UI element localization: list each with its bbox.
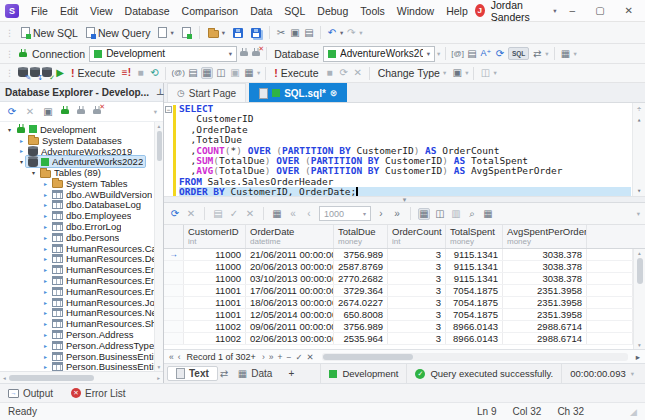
- close-button[interactable]: ✕: [618, 5, 640, 16]
- open-file-caret-icon[interactable]: ▾: [222, 29, 225, 37]
- refresh-code-icon[interactable]: ⟳: [494, 49, 506, 59]
- edit-database-button[interactable]: ✎: [18, 67, 28, 79]
- expand-icon[interactable]: ▸: [41, 180, 50, 187]
- resize-grip[interactable]: ◢: [630, 407, 637, 417]
- column-header-avgspentperorder[interactable]: AvgSpentPerOrdermoney: [503, 225, 587, 248]
- card-view-icon[interactable]: ◫: [215, 68, 227, 78]
- sql-editor[interactable]: − SELECT CustomerID ,OrderDate ,TotalDue…: [164, 103, 645, 197]
- new-connection-plug-icon[interactable]: [18, 49, 28, 59]
- check-database-button[interactable]: ✓: [42, 67, 52, 79]
- tab-close-icon[interactable]: ⊗: [330, 88, 338, 98]
- cell[interactable]: 12/05/2014 00:00:00.000: [246, 309, 334, 320]
- export-results-icon[interactable]: ▤: [187, 68, 199, 78]
- grid-mode-button[interactable]: ▦: [418, 208, 430, 220]
- expand-icon[interactable]: ▸: [41, 299, 50, 306]
- stop-icon[interactable]: ■: [134, 68, 146, 78]
- expand-icon[interactable]: ▸: [41, 363, 50, 370]
- explorer-refresh-icon[interactable]: ⟳: [6, 107, 18, 117]
- stop-secondary-icon[interactable]: ■: [324, 68, 336, 78]
- toolbar-grip[interactable]: ⋮: [5, 68, 14, 78]
- expand-icon[interactable]: ▸: [41, 255, 50, 262]
- prev-page-icon[interactable]: ‹: [303, 209, 315, 219]
- refresh-results-icon[interactable]: ⟳: [338, 68, 350, 78]
- document-outline-icon[interactable]: ▤: [466, 49, 478, 59]
- paging-icon[interactable]: ▦: [271, 209, 283, 219]
- cell[interactable]: 3: [388, 333, 446, 344]
- cell[interactable]: 3: [388, 261, 446, 272]
- collapse-chevron-icon[interactable]: ▾: [403, 198, 407, 202]
- explorer-delete-icon[interactable]: ✕: [24, 107, 36, 117]
- cell[interactable]: 3: [388, 273, 446, 284]
- import-database-button[interactable]: ↧: [30, 67, 40, 79]
- user-avatar[interactable]: J: [475, 4, 485, 17]
- snapshot-caret-icon[interactable]: ▾: [493, 69, 496, 77]
- table-row[interactable]: 1100020/06/2013 00:00:00.0002587.8769391…: [164, 261, 633, 273]
- expand-icon[interactable]: ▸: [41, 234, 50, 241]
- results-refresh-icon[interactable]: ⟳: [169, 209, 181, 219]
- scroll-up-icon[interactable]: ▴: [158, 123, 161, 129]
- column-header-orderdate[interactable]: OrderDatedatetime: [246, 225, 334, 248]
- parameters-icon[interactable]: [@]: [451, 50, 464, 58]
- connect-button[interactable]: [239, 48, 249, 60]
- menu-item-tools[interactable]: Tools: [354, 3, 391, 19]
- cell[interactable]: 3756.989: [334, 249, 388, 260]
- explorer-toolbar-caret-icon[interactable]: ▾: [154, 108, 157, 116]
- error-list-button[interactable]: ✕ Error List: [71, 388, 126, 399]
- layout-caret-icon[interactable]: ▾: [574, 50, 577, 58]
- cell[interactable]: 9115.1341: [446, 249, 503, 260]
- menu-item-sql[interactable]: SQL: [278, 3, 311, 19]
- tab-text[interactable]: Text: [167, 366, 218, 381]
- execute-button[interactable]: !Execute: [68, 66, 118, 80]
- output-button[interactable]: → Output: [8, 388, 53, 399]
- menu-item-data[interactable]: Data: [244, 3, 278, 19]
- table-row[interactable]: 1100202/06/2013 00:00:00.0002535.9643896…: [164, 333, 633, 345]
- cell[interactable]: 3038.378: [503, 249, 587, 260]
- pivot-view-icon[interactable]: ▣: [229, 68, 241, 78]
- grid-vertical-scrollbar[interactable]: ▴ ▾: [633, 249, 645, 349]
- menu-item-debug[interactable]: Debug: [311, 3, 354, 19]
- cancel-icon[interactable]: ✕: [352, 68, 364, 78]
- find-in-results-icon[interactable]: ⌕: [466, 209, 478, 219]
- cell[interactable]: 21/06/2011 00:00:00.000: [246, 249, 334, 260]
- save-all-button[interactable]: [248, 27, 264, 39]
- tree-item[interactable]: ▾Tables (89): [2, 167, 153, 178]
- tab-sql-document[interactable]: SQL.sql* ⊗: [249, 83, 347, 102]
- table-row[interactable]: 1100117/06/2011 00:00:00.0003729.3643705…: [164, 285, 633, 297]
- table-row[interactable]: →1100021/06/2011 00:00:00.0003756.989391…: [164, 249, 633, 261]
- new-query-button[interactable]: New Query: [83, 26, 154, 40]
- cell[interactable]: 2770.2682: [334, 273, 388, 284]
- format-sql-button[interactable]: SQL: [508, 47, 529, 60]
- scroll-up-icon[interactable]: ▴: [638, 250, 641, 256]
- cell[interactable]: 2587.8769: [334, 261, 388, 272]
- tab-start-page[interactable]: ◷ Start Page: [167, 83, 246, 102]
- execute-secondary-button[interactable]: !Execute: [271, 66, 321, 80]
- scroll-thumb[interactable]: [637, 258, 643, 284]
- expand-icon[interactable]: ▸: [41, 277, 50, 284]
- cell[interactable]: 3038.378: [503, 273, 587, 284]
- cell[interactable]: 3: [388, 285, 446, 296]
- tree-item[interactable]: ▸HumanResources.Employee: [2, 286, 153, 297]
- grid-view-button[interactable]: ▦: [201, 67, 213, 79]
- script-window-icon[interactable]: ▣: [451, 68, 463, 78]
- cell[interactable]: 9115.1341: [446, 273, 503, 284]
- cell[interactable]: 09/06/2011 00:00:00.000: [246, 321, 334, 332]
- cell[interactable]: 3: [388, 321, 446, 332]
- cell[interactable]: 2988.6714: [503, 321, 587, 332]
- tree-item[interactable]: ▸dbo.Persons: [2, 232, 153, 243]
- collapse-icon[interactable]: ▾: [29, 169, 38, 176]
- column-header-totalspent[interactable]: TotalSpentmoney: [446, 225, 503, 248]
- tree-item[interactable]: ▸HumanResources.NewEmplo: [2, 308, 153, 319]
- cell[interactable]: 650.8008: [334, 309, 388, 320]
- commit-icon[interactable]: ✓: [228, 209, 240, 219]
- cell[interactable]: 18/06/2013 00:00:00.000: [246, 297, 334, 308]
- explorer-new-connection-button[interactable]: [60, 106, 70, 118]
- fold-toggle-icon[interactable]: −: [165, 106, 172, 113]
- cell[interactable]: 17/06/2011 00:00:00.000: [246, 285, 334, 296]
- menu-item-help[interactable]: Help: [440, 3, 474, 19]
- editor-scrollbar[interactable]: ÷ ▴ ▾: [632, 103, 645, 196]
- expand-icon[interactable]: ▸: [41, 245, 50, 252]
- cell[interactable]: 2535.964: [334, 333, 388, 344]
- expand-icon[interactable]: ▸: [41, 353, 50, 360]
- tree-vertical-scrollbar[interactable]: ▴ ▾: [154, 122, 163, 371]
- cell[interactable]: 11001: [184, 309, 246, 320]
